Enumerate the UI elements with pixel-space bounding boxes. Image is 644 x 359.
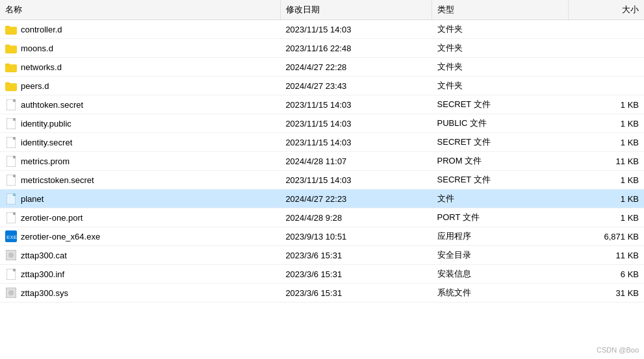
svg-text:EXE: EXE	[6, 234, 17, 240]
file-name-cell: networks.d	[0, 58, 280, 77]
file-type: 文件夹	[432, 20, 569, 39]
svg-rect-32	[13, 212, 16, 215]
watermark: CSDN @Boo	[597, 346, 639, 354]
file-name-cell: metricstoken.secret	[0, 171, 280, 190]
table-row[interactable]: zttap300.cat 2023/3/6 15:31 安全目录 11 KB	[0, 246, 644, 265]
table-row[interactable]: peers.d 2024/4/27 23:43 文件夹	[0, 77, 644, 95]
col-header-name[interactable]: 名称	[0, 0, 280, 20]
file-date: 2023/11/15 14:03	[280, 20, 431, 39]
file-date: 2023/11/15 14:03	[280, 95, 431, 114]
table-row[interactable]: identity.public 2023/11/15 14:03 PUBLIC …	[0, 114, 644, 133]
exe-icon: EXE	[5, 230, 17, 242]
driver-icon	[5, 249, 17, 261]
file-name-cell: metrics.prom	[0, 152, 280, 171]
file-date: 2024/4/27 22:23	[280, 190, 431, 208]
file-type: 文件夹	[432, 39, 569, 58]
file-date: 2023/11/16 22:48	[280, 39, 431, 58]
svg-rect-14	[13, 99, 16, 102]
file-name: zerotier-one_x64.exe	[21, 232, 100, 241]
svg-rect-26	[13, 175, 16, 177]
file-icon	[5, 174, 17, 186]
file-name: zerotier-one.port	[21, 213, 83, 223]
file-size: 1 KB	[568, 171, 644, 190]
file-name-cell: moons.d	[0, 39, 280, 58]
file-icon	[5, 118, 17, 129]
file-type: 文件	[432, 190, 569, 208]
file-name-cell: identity.public	[0, 114, 280, 133]
file-size: 31 KB	[568, 284, 644, 303]
file-type: 安装信息	[432, 265, 569, 284]
file-type: 应用程序	[432, 227, 569, 246]
table-row[interactable]: zttap300.sys 2023/3/6 15:31 系统文件 31 KB	[0, 284, 644, 303]
file-type: 文件夹	[432, 58, 569, 77]
file-type: PUBLIC 文件	[432, 114, 569, 133]
col-header-size[interactable]: 大小	[568, 0, 644, 20]
file-name-cell: EXE zerotier-one_x64.exe	[0, 227, 280, 246]
file-name-cell: controller.d	[0, 20, 280, 39]
file-name-cell: identity.secret	[0, 133, 280, 152]
table-row[interactable]: moons.d 2023/11/16 22:48 文件夹	[0, 39, 644, 58]
file-type: PROM 文件	[432, 152, 569, 171]
svg-rect-23	[13, 156, 16, 158]
file-name: authtoken.secret	[21, 100, 83, 110]
file-size: 1 KB	[568, 95, 644, 114]
table-row[interactable]: networks.d 2024/4/27 22:28 文件夹	[0, 58, 644, 77]
file-name: metricstoken.secret	[21, 175, 94, 185]
file-date: 2023/3/6 15:31	[280, 246, 431, 265]
file-icon	[5, 99, 17, 110]
svg-rect-17	[13, 118, 16, 121]
file-date: 2023/9/13 10:51	[280, 227, 431, 246]
file-size: 1 KB	[568, 208, 644, 227]
file-type: 系统文件	[432, 284, 569, 303]
file-type: SECRET 文件	[432, 133, 569, 152]
file-name: zttap300.inf	[21, 269, 64, 279]
svg-rect-8	[5, 64, 17, 71]
driver-icon	[5, 287, 17, 299]
svg-rect-29	[13, 193, 16, 196]
col-header-date[interactable]: 修改日期	[280, 0, 431, 20]
file-name-cell: authtoken.secret	[0, 95, 280, 114]
table-row[interactable]: zttap300.inf 2023/3/6 15:31 安装信息 6 KB	[0, 265, 644, 284]
file-date: 2024/4/27 22:28	[280, 58, 431, 77]
driver2-icon	[5, 268, 17, 280]
file-name-cell: zttap300.sys	[0, 284, 280, 303]
file-name: planet	[21, 194, 44, 204]
file-date: 2024/4/28 9:28	[280, 208, 431, 227]
file-date: 2023/3/6 15:31	[280, 284, 431, 303]
file-list: 名称 修改日期 类型 大小 controller.d 2023/11/15 14…	[0, 0, 644, 303]
file-date: 2024/4/28 11:07	[280, 152, 431, 171]
table-row[interactable]: planet 2024/4/27 22:23 文件 1 KB	[0, 190, 644, 208]
file-date: 2023/3/6 15:31	[280, 265, 431, 284]
table-row[interactable]: zerotier-one.port 2024/4/28 9:28 PORT 文件…	[0, 208, 644, 227]
file-name: identity.public	[21, 119, 71, 129]
file-size: 11 KB	[568, 152, 644, 171]
table-row[interactable]: metricstoken.secret 2023/11/15 14:03 SEC…	[0, 171, 644, 190]
svg-rect-11	[5, 83, 17, 90]
file-icon	[5, 136, 17, 148]
file-name-cell: zttap300.inf	[0, 265, 280, 284]
file-size	[568, 20, 644, 39]
table-row[interactable]: authtoken.secret 2023/11/15 14:03 SECRET…	[0, 95, 644, 114]
file-size	[568, 77, 644, 95]
file-size: 1 KB	[568, 190, 644, 208]
file-icon	[5, 155, 17, 167]
table-row[interactable]: identity.secret 2023/11/15 14:03 SECRET …	[0, 133, 644, 152]
svg-rect-39	[13, 269, 16, 271]
col-header-type[interactable]: 类型	[432, 0, 569, 20]
table-row[interactable]: metrics.prom 2024/4/28 11:07 PROM 文件 11 …	[0, 152, 644, 171]
file-name: controller.d	[21, 25, 62, 34]
file-name-cell: peers.d	[0, 77, 280, 95]
file-name: zttap300.sys	[21, 288, 68, 298]
file-icon	[5, 193, 17, 204]
table-row[interactable]: EXE zerotier-one_x64.exe 2023/9/13 10:51…	[0, 227, 644, 246]
table-row[interactable]: controller.d 2023/11/15 14:03 文件夹	[0, 20, 644, 39]
file-name: peers.d	[21, 81, 49, 91]
svg-point-41	[8, 290, 14, 295]
file-type: PORT 文件	[432, 208, 569, 227]
svg-rect-20	[13, 137, 16, 140]
file-name-cell: zerotier-one.port	[0, 208, 280, 227]
file-size: 1 KB	[568, 133, 644, 152]
file-name: moons.d	[21, 43, 53, 53]
svg-rect-5	[5, 45, 17, 53]
file-size: 11 KB	[568, 246, 644, 265]
